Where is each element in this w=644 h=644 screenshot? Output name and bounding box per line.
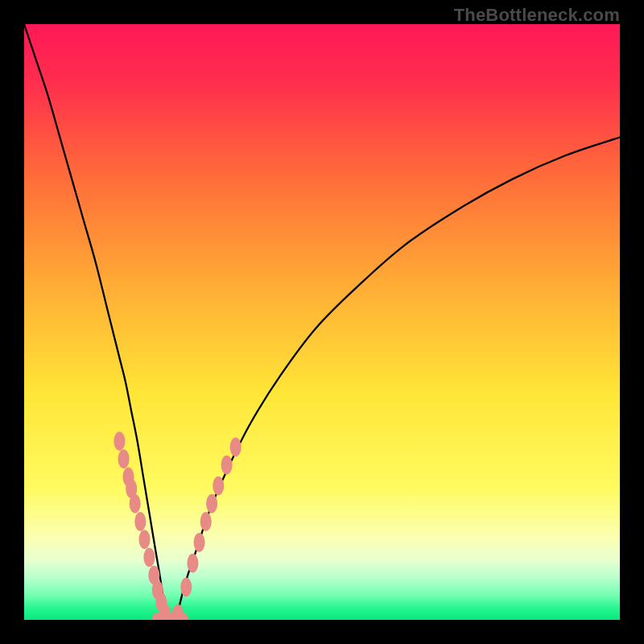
curve-right-branch bbox=[176, 138, 620, 620]
marker-right-markers bbox=[200, 512, 212, 531]
marker-left-markers bbox=[118, 449, 130, 469]
marker-right-markers bbox=[206, 494, 217, 514]
marker-left-markers bbox=[138, 530, 150, 549]
marker-left-markers bbox=[134, 512, 146, 531]
marker-right-markers bbox=[180, 577, 192, 597]
marker-right-markers bbox=[230, 438, 242, 457]
marker-right-markers bbox=[194, 533, 205, 552]
curves-layer bbox=[24, 24, 620, 620]
watermark-text: TheBottleneck.com bbox=[454, 5, 620, 26]
marker-left-markers bbox=[130, 494, 141, 514]
marker-right-markers bbox=[213, 477, 224, 496]
plot-area bbox=[24, 24, 620, 620]
marker-left-markers bbox=[114, 431, 125, 451]
marker-right-markers bbox=[187, 554, 198, 573]
marker-left-markers bbox=[143, 547, 155, 567]
chart-frame: TheBottleneck.com bbox=[0, 0, 644, 644]
marker-right-markers bbox=[221, 456, 233, 475]
